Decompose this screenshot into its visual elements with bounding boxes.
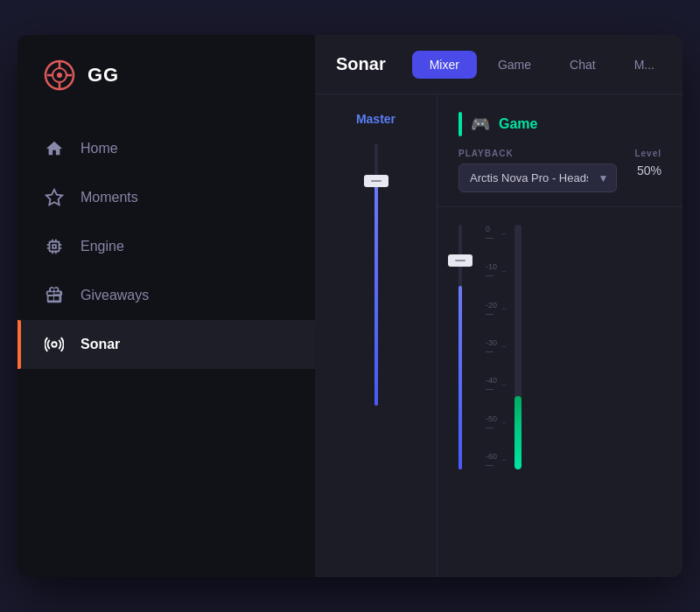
- level-label: Level: [634, 149, 662, 158]
- scale-minus-40: -40 —: [486, 376, 506, 393]
- tab-chat[interactable]: Chat: [552, 51, 613, 79]
- game-title-row: 🎮 Game: [458, 112, 662, 136]
- vu-meter: [514, 225, 522, 469]
- sidebar-item-moments[interactable]: Moments: [18, 173, 315, 222]
- tab-mixer[interactable]: Mixer: [412, 51, 477, 79]
- sidebar-nav: Home Moments Engine: [18, 115, 315, 577]
- engine-icon: [44, 236, 65, 257]
- game-channel-header: 🎮 Game PLAYBACK Arctis Nova Pro - Headse…: [438, 94, 682, 207]
- scale-minus-20: -20 —: [486, 301, 506, 318]
- sidebar-item-sonar-label: Sonar: [80, 337, 120, 352]
- fader-area: 0 — -10 — -20 — -30 — -40 — -50 — -60 —: [438, 207, 682, 577]
- game-fader-track[interactable]: [458, 225, 462, 469]
- playback-device-wrapper: Arctis Nova Pro - Headset ▼: [458, 163, 617, 192]
- sidebar-item-giveaways-label: Giveaways: [80, 288, 149, 303]
- svg-point-8: [52, 342, 57, 347]
- sidebar-item-engine[interactable]: Engine: [18, 222, 315, 271]
- gamepad-icon: 🎮: [471, 115, 490, 134]
- vu-meter-fill: [514, 396, 522, 469]
- level-scale: 0 — -10 — -20 — -30 — -40 — -50 — -60 —: [486, 225, 506, 469]
- main-content: Sonar Mixer Game Chat M... Master: [315, 35, 682, 577]
- playback-section: PLAYBACK Arctis Nova Pro - Headset ▼ Lev…: [458, 149, 662, 192]
- tab-media[interactable]: M...: [617, 51, 672, 79]
- mixer-content: Master 🎮 Game PLAYBACK: [315, 94, 682, 577]
- steelseries-icon: [44, 59, 75, 91]
- game-label: Game: [499, 116, 537, 132]
- sidebar-item-moments-label: Moments: [80, 190, 138, 205]
- giveaways-icon: [44, 285, 65, 306]
- logo-text: GG: [88, 64, 119, 87]
- playback-section-label: PLAYBACK: [458, 149, 617, 158]
- tab-nav: Mixer Game Chat M...: [412, 51, 672, 79]
- game-channel: 🎮 Game PLAYBACK Arctis Nova Pro - Headse…: [438, 94, 682, 577]
- game-active-indicator: [458, 112, 462, 136]
- game-fader-fill: [458, 286, 462, 469]
- tab-game[interactable]: Game: [480, 51, 549, 79]
- svg-point-2: [57, 73, 62, 78]
- sonar-icon: [44, 334, 65, 355]
- game-fader-handle[interactable]: [448, 254, 472, 267]
- svg-marker-7: [46, 190, 62, 205]
- sidebar-item-home-label: Home: [80, 141, 118, 156]
- level-value: 50%: [634, 163, 662, 177]
- sidebar-item-home[interactable]: Home: [18, 124, 315, 173]
- master-fader-handle[interactable]: [364, 175, 388, 187]
- scale-minus-10: -10 —: [486, 262, 506, 280]
- sidebar: GG Home Moments: [18, 35, 315, 577]
- scale-vu-group: 0 — -10 — -20 — -30 — -40 — -50 — -60 —: [506, 225, 522, 560]
- master-fader-track[interactable]: [374, 143, 378, 406]
- home-icon: [44, 138, 65, 159]
- sidebar-item-sonar[interactable]: Sonar: [18, 320, 315, 369]
- logo-area: GG: [18, 35, 315, 115]
- top-bar: Sonar Mixer Game Chat M...: [315, 35, 682, 94]
- sidebar-item-giveaways[interactable]: Giveaways: [18, 271, 315, 320]
- moments-icon: [44, 187, 65, 208]
- master-channel: Master: [315, 94, 438, 577]
- scale-minus-60: -60 —: [486, 452, 506, 469]
- app-window: GG Home Moments: [18, 35, 682, 577]
- page-title: Sonar: [336, 54, 386, 74]
- level-group: Level 50%: [634, 149, 662, 177]
- playback-group: PLAYBACK Arctis Nova Pro - Headset ▼: [458, 149, 617, 192]
- game-fader-column: [458, 225, 462, 560]
- sidebar-item-engine-label: Engine: [80, 239, 124, 254]
- scale-minus-50: -50 —: [486, 414, 506, 432]
- master-fader-fill: [374, 183, 378, 406]
- scale-0: 0 —: [486, 225, 506, 242]
- scale-minus-30: -30 —: [486, 338, 506, 356]
- master-label: Master: [356, 112, 396, 126]
- playback-device-select[interactable]: Arctis Nova Pro - Headset: [458, 163, 617, 192]
